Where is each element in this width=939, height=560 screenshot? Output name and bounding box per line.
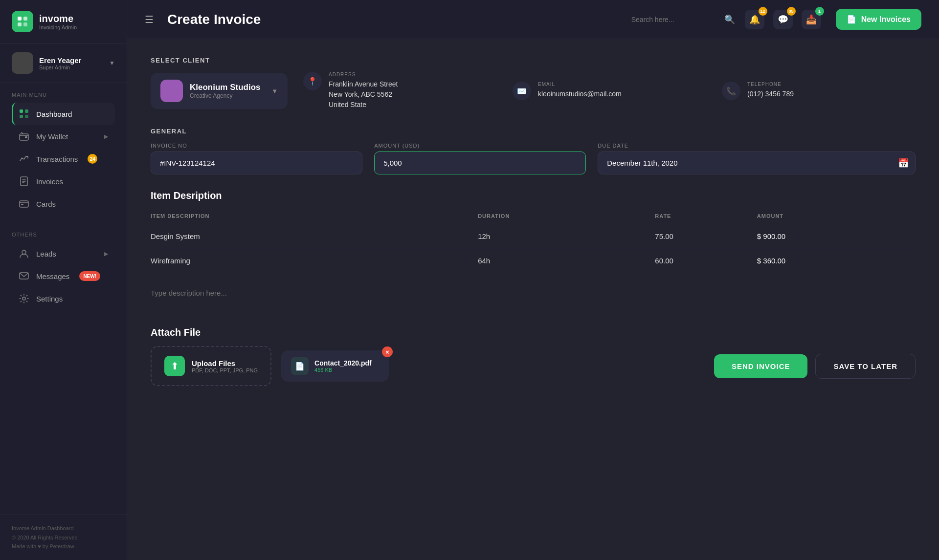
upload-label: Upload Files: [192, 359, 258, 367]
svg-rect-6: [20, 115, 23, 118]
client-address-detail: 📍 ADDRESS Franklin Avenue StreetNew York…: [303, 72, 497, 110]
sidebar-item-settings[interactable]: Settings: [12, 287, 115, 310]
svg-rect-5: [25, 109, 28, 113]
svg-rect-4: [20, 109, 23, 113]
items-section-title: Item Desription: [151, 190, 916, 201]
header: ☰ Create Invoice 🔍 🔔 12 💬 05 📥 1 📄 New I…: [127, 0, 939, 39]
remove-file-button[interactable]: ×: [382, 346, 393, 357]
client-name: Kleonium Studios: [190, 83, 261, 92]
sidebar-item-cards[interactable]: Cards: [12, 193, 115, 215]
client-selector[interactable]: Kleonium Studios Creative Agency ▼: [151, 73, 288, 109]
item-rate-1: 60.00: [655, 249, 757, 273]
upload-box[interactable]: ⬆ Upload Files PDF, DOC, PPT, JPG, PNG: [151, 346, 271, 386]
search-bar: 🔍: [631, 14, 735, 25]
settings-icon: [19, 293, 29, 304]
sidebar-item-messages[interactable]: Messages NEW!: [12, 265, 115, 287]
plus-invoice-icon: 📄: [847, 15, 856, 24]
invoice-no-group: INVOICE NO: [151, 143, 362, 174]
svg-rect-7: [25, 115, 28, 118]
attach-row: ⬆ Upload Files PDF, DOC, PPT, JPG, PNG 📄…: [151, 346, 916, 386]
client-email-detail: ✉️ EMAIL kleoinumstudios@mail.com: [513, 82, 706, 100]
page-content: SELECT CLIENT Kleonium Studios Creative …: [127, 39, 939, 560]
sidebar-item-dashboard[interactable]: Dashboard: [12, 103, 115, 125]
header-icons: 🔔 12 💬 05 📥 1: [745, 10, 821, 29]
cards-icon: [19, 198, 29, 209]
col-rate: RATE: [655, 210, 757, 224]
sidebar-item-label: Transactions: [36, 155, 78, 163]
description-input[interactable]: [151, 281, 916, 305]
new-invoice-label: New Invoices: [861, 15, 911, 24]
item-duration-0: 12h: [478, 224, 655, 249]
address-label: ADDRESS: [329, 72, 398, 77]
search-icon[interactable]: 🔍: [724, 14, 735, 25]
upload-types: PDF, DOC, PPT, JPG, PNG: [192, 367, 258, 373]
others-label: Others: [12, 232, 115, 237]
location-icon: 📍: [303, 72, 322, 90]
amount-label: AMOUNT (USD): [374, 143, 586, 149]
table-row-empty: [151, 273, 916, 313]
sidebar-item-label: Messages: [36, 272, 69, 280]
svg-rect-3: [23, 22, 27, 26]
svg-rect-1: [23, 17, 27, 21]
app-logo-icon: [12, 11, 33, 32]
page-title: Create Invoice: [167, 12, 622, 27]
sidebar-item-leads[interactable]: Leads ▶: [12, 242, 115, 265]
due-date-label: DUE DATE: [598, 143, 916, 149]
svg-rect-2: [18, 22, 22, 26]
general-section: GENERAL INVOICE NO AMOUNT (USD) DUE DATE…: [151, 128, 916, 174]
invoice-no-input[interactable]: [151, 151, 362, 174]
sidebar-item-transactions[interactable]: Transactions 24: [12, 148, 115, 170]
svg-point-17: [22, 250, 26, 254]
messages-icon: [19, 271, 29, 281]
due-date-input[interactable]: [598, 151, 916, 174]
col-description: ITEM DESCRIPTION: [151, 210, 478, 224]
invoices-icon: [19, 176, 29, 187]
footer-app-name: Invome Admin Dashboard: [12, 524, 115, 533]
file-size: 456 KB: [314, 367, 372, 373]
file-name: Contact_2020.pdf: [314, 359, 372, 367]
footer-copyright: © 2020 All Rights Reserved: [12, 533, 115, 542]
sidebar: invome Invoicing Admin Eren Yeager Super…: [0, 0, 127, 560]
sidebar-item-my-wallet[interactable]: My Wallet ▶: [12, 125, 115, 148]
user-name: Eren Yeager: [39, 56, 103, 65]
items-table: ITEM DESCRIPTION DURATION RATE AMOUNT De…: [151, 210, 916, 313]
telephone-value: (012) 3456 789: [747, 89, 794, 99]
messages-badge: 05: [787, 7, 796, 16]
chevron-right-icon: ▶: [104, 251, 108, 257]
inbox-badge: 1: [815, 7, 824, 16]
amount-input[interactable]: [374, 151, 586, 174]
user-section[interactable]: Eren Yeager Super Admin ▼: [0, 43, 127, 83]
general-label: GENERAL: [151, 128, 916, 135]
client-row: Kleonium Studios Creative Agency ▼ 📍 ADD…: [151, 72, 916, 110]
app-name: invome: [39, 13, 77, 24]
client-type: Creative Agency: [190, 92, 261, 99]
search-input[interactable]: [631, 16, 719, 23]
main-content: ☰ Create Invoice 🔍 🔔 12 💬 05 📥 1 📄 New I…: [127, 0, 939, 560]
item-amount-0: $ 900.00: [757, 224, 916, 249]
item-description-1: Wireframing: [151, 249, 478, 273]
calendar-icon[interactable]: 📅: [898, 158, 909, 169]
notifications-badge: 12: [759, 7, 767, 16]
col-duration: DURATION: [478, 210, 655, 224]
invoice-no-label: INVOICE NO: [151, 143, 362, 149]
send-invoice-button[interactable]: SEND INVOICE: [714, 354, 808, 378]
items-section: Item Desription ITEM DESCRIPTION DURATIO…: [151, 190, 916, 313]
user-role: Super Admin: [39, 65, 103, 70]
client-dropdown-icon: ▼: [271, 87, 278, 95]
main-menu-label: Main Menu: [12, 92, 115, 98]
svg-rect-16: [21, 204, 23, 205]
save-later-button[interactable]: SAVE TO LATER: [815, 354, 916, 379]
hamburger-menu-icon[interactable]: ☰: [145, 14, 154, 25]
col-amount: AMOUNT: [757, 210, 916, 224]
sidebar-item-invoices[interactable]: Invoices: [12, 170, 115, 193]
new-invoices-button[interactable]: 📄 New Invoices: [836, 9, 921, 30]
user-dropdown-icon[interactable]: ▼: [109, 60, 115, 66]
item-description-0: Desgin System: [151, 224, 478, 249]
messages-button[interactable]: 💬 05: [773, 10, 793, 29]
chevron-right-icon: ▶: [104, 133, 108, 140]
inbox-button[interactable]: 📥 1: [802, 10, 821, 29]
item-duration-1: 64h: [478, 249, 655, 273]
svg-point-19: [22, 297, 25, 300]
telephone-label: TELEPHONE: [747, 82, 794, 87]
notifications-button[interactable]: 🔔 12: [745, 10, 764, 29]
